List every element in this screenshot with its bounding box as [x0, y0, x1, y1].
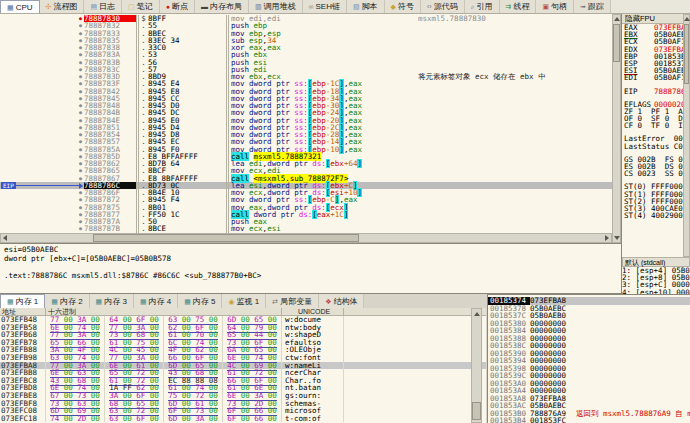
dump-row[interactable]: 073EFC1874 00 2D 0063 00 6F 006D 00 3A 0… [0, 415, 486, 423]
scroll-right-icon[interactable] [605, 235, 609, 241]
eip-marker: EIP [1, 182, 83, 189]
tab-graph[interactable]: ✣流程图 [40, 0, 85, 13]
dump-header-filler [344, 308, 486, 315]
tab-callstack[interactable]: ▥调用堆栈 [249, 0, 303, 13]
tab-threads[interactable]: ⇉线程 [500, 0, 537, 13]
tab-label: 流程图 [53, 1, 77, 12]
disassembly-rows: ●78887830$8BFFmov edi,edimsxml5.78887830… [0, 15, 612, 233]
register-row[interactable]: EIP7888786C [622, 88, 690, 95]
stack-comment [576, 350, 690, 358]
stack-comment [576, 342, 690, 350]
dump-rows: 073EFB4877 00 3A 0064 00 6F 0063 00 75 0… [0, 316, 486, 422]
scrollbar-thumb[interactable] [93, 234, 359, 242]
tab-script[interactable]: ▧脚本 [347, 0, 385, 13]
scrollbar-thumb[interactable] [613, 24, 620, 62]
register-line[interactable]: ST(4) 400290000000000000 [622, 212, 690, 219]
stack-comment [576, 297, 690, 305]
tab-memmap[interactable]: ▬内存布局 [195, 0, 249, 13]
registers-vscrollbar[interactable] [683, 14, 690, 257]
hex-byte-group: 6F 00 66 00 [223, 415, 282, 423]
tab-cpu[interactable]: ▦CPU [0, 0, 40, 13]
gutter: ● [0, 80, 84, 87]
watch-icon: ◉ [228, 298, 234, 305]
gutter: ● [0, 30, 84, 37]
gutter: ● [0, 95, 84, 102]
tab-notes[interactable]: ▢笔记 [122, 0, 160, 13]
tab-dump4[interactable]: ▦内存 4 [134, 294, 178, 308]
gutter: ● [0, 131, 84, 138]
hex-byte-group: 6D 00 3A 00 [164, 415, 223, 423]
tab-locals[interactable]: ⇄局部变量 [266, 294, 319, 308]
memory-dump-pane[interactable]: 地址 十六进制 UNICODE 073EFB4877 00 3A 0064 00… [0, 308, 486, 423]
tab-dump5[interactable]: ▦内存 5 [178, 294, 222, 308]
scroll-up-icon[interactable] [614, 17, 620, 21]
tab-references[interactable]: ⌕引用 [465, 0, 500, 13]
dump-vscrollbar[interactable] [471, 308, 482, 423]
scroll-down-icon[interactable] [614, 236, 620, 240]
tab-label: 笔记 [137, 1, 153, 12]
comment [418, 160, 612, 167]
scroll-up-icon[interactable] [474, 312, 480, 316]
tab-dump2[interactable]: ▦内存 2 [45, 294, 89, 308]
stack-comment [576, 320, 690, 328]
register-row[interactable]: EDI05B0AF14 [622, 74, 690, 81]
stack-pane[interactable]: 00185374073EFBA80018537805B0AEBC0018537C… [487, 294, 690, 423]
arguments-panel[interactable]: 默认 (stdcall) 1: [esp+4] 05B0AEBC2: [esp+… [621, 257, 690, 294]
tab-label: 线程 [513, 1, 529, 12]
symbols-icon: ◆ [391, 3, 396, 10]
scroll-up-icon[interactable] [684, 17, 690, 21]
disasm-row[interactable]: ●7888787B.8BCEmov ecx,esi [0, 225, 612, 232]
gutter: ● [0, 102, 84, 109]
tab-trace[interactable]: ➟跟踪 [574, 0, 611, 13]
stack-comment [576, 417, 690, 423]
scrollbar-thumb[interactable] [472, 402, 481, 420]
register-line[interactable]: CS 0023 SS 002B [622, 170, 690, 177]
registers-pane[interactable]: 隐藏FPU EAX073EFBA8EBX05B0AEB0ECX05B0AF14E… [621, 14, 690, 257]
unicode-text: t-com:of [282, 415, 344, 423]
argument-lines: 1: [esp+4] 05B0AEBC2: [esp+8] 05B0AEB03:… [622, 267, 690, 294]
tab-dump1[interactable]: ▦内存 1 [0, 294, 45, 308]
memory-map-icon: ▬ [201, 3, 208, 10]
dump-col-address: 地址 [0, 308, 46, 315]
hex-byte-group: 63 00 6F 00 [105, 415, 164, 423]
tab-watch1[interactable]: ◉监视 1 [222, 294, 266, 308]
comment [418, 146, 612, 153]
comment [418, 117, 612, 124]
gutter: ● [0, 44, 84, 51]
stack-row[interactable]: 001853B4001853FC [488, 417, 690, 423]
register-line[interactable]: CF 0 TF 0 IF 1 [622, 122, 690, 129]
stack-comment [576, 365, 690, 373]
threads-icon: ⇉ [506, 3, 512, 10]
tab-log[interactable]: ▤日志 [84, 0, 122, 13]
tab-label: 脚本 [362, 1, 378, 12]
gutter: ● [0, 51, 84, 58]
comment [418, 131, 612, 138]
tab-handles[interactable]: ▣句柄 [536, 0, 574, 13]
comment [418, 51, 612, 58]
tab-dump3[interactable]: ▦内存 3 [90, 294, 134, 308]
trace-icon: ➟ [580, 3, 586, 10]
tab-label: SEH链 [316, 1, 340, 12]
gutter: ● [0, 175, 84, 182]
scrollbar-thumb[interactable] [684, 24, 689, 84]
tab-label: 调用堆栈 [264, 1, 296, 12]
tab-symbols[interactable]: ◆符号 [385, 0, 421, 13]
opcode-bytes: 53 [148, 51, 226, 58]
disasm-hscrollbar[interactable] [0, 233, 612, 243]
scroll-left-icon[interactable] [3, 235, 7, 241]
stack-comment: 返回到 msxml5.788876A9 自 msx [576, 410, 690, 418]
locals-icon: ⇄ [272, 298, 278, 305]
stack-value: 001853FC [530, 417, 576, 423]
info-line: .text:7888786C msxml5.dll:$8786C #86C6C … [4, 272, 621, 281]
register-line[interactable]: LastStatus C0150008 [622, 143, 690, 150]
memory-icon: ▦ [184, 298, 191, 305]
tab-seh[interactable]: ∞SEH链 [303, 0, 347, 13]
tab-struct[interactable]: ❖结构体 [319, 294, 364, 308]
tab-label: 断点 [172, 1, 188, 12]
tab-breakpoints[interactable]: ●断点 [160, 0, 195, 13]
disasm-vscrollbar[interactable] [612, 14, 621, 243]
stack-address: 001853B4 [488, 417, 530, 423]
disassembly-pane[interactable]: ●78887830$8BFFmov edi,edimsxml5.78887830… [0, 14, 612, 233]
tab-source[interactable]: ‹›源代码 [421, 0, 465, 13]
call-stack-icon: ▥ [255, 3, 262, 10]
